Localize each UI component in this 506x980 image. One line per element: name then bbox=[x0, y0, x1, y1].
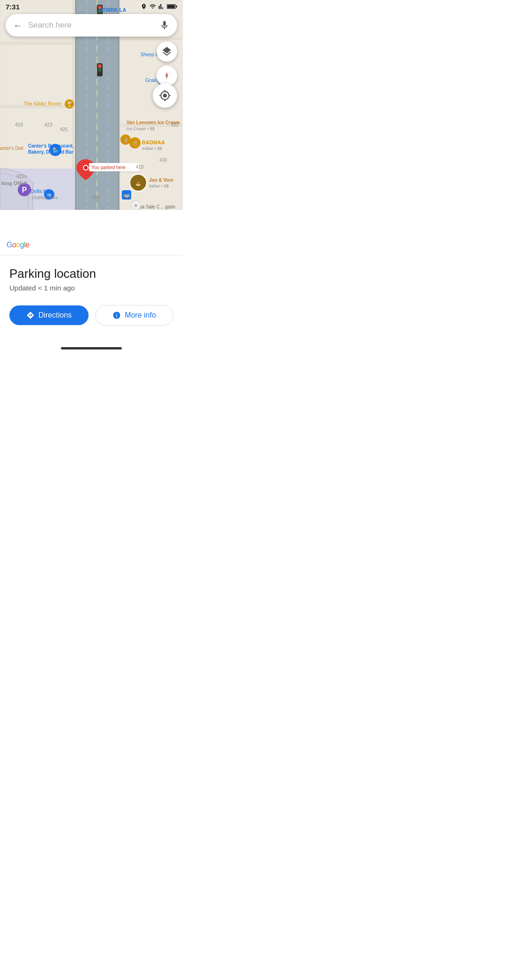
directions-icon bbox=[26, 311, 35, 319]
compass-icon bbox=[161, 70, 172, 82]
svg-text:409: 409 bbox=[91, 195, 99, 200]
svg-point-68 bbox=[84, 166, 88, 170]
svg-rect-5 bbox=[0, 45, 73, 105]
svg-text:425: 425 bbox=[60, 127, 68, 132]
bottom-panel: Parking location Updated < 1 min ago Dir… bbox=[0, 255, 183, 353]
search-bar[interactable]: ← Search here bbox=[6, 14, 177, 37]
svg-text:422: 422 bbox=[171, 122, 179, 127]
svg-text:Jon & Vinn: Jon & Vinn bbox=[149, 178, 173, 183]
svg-text:Italian • $$: Italian • $$ bbox=[149, 184, 169, 188]
svg-text:🚌: 🚌 bbox=[123, 191, 130, 198]
google-g2: g bbox=[20, 241, 24, 249]
info-icon bbox=[112, 311, 121, 319]
google-o2: o bbox=[16, 241, 20, 249]
more-info-label: More info bbox=[125, 311, 156, 319]
status-time: 7:31 bbox=[6, 3, 20, 11]
battery-icon bbox=[167, 4, 177, 9]
svg-text:anter's Deli: anter's Deli bbox=[0, 146, 23, 151]
back-icon[interactable]: ← bbox=[13, 20, 22, 31]
svg-text:423: 423 bbox=[45, 122, 52, 127]
panel-actions: Directions More info bbox=[9, 305, 173, 326]
svg-point-40 bbox=[98, 68, 102, 72]
svg-rect-2 bbox=[176, 6, 177, 7]
svg-text:410: 410 bbox=[136, 164, 144, 170]
wifi-icon bbox=[149, 3, 156, 10]
location-button[interactable] bbox=[153, 83, 177, 108]
layers-icon bbox=[161, 46, 172, 57]
svg-text:Bakery, Deli and Bar: Bakery, Deli and Bar bbox=[28, 149, 74, 155]
svg-text:The Kibitz Room: The Kibitz Room bbox=[23, 101, 61, 106]
home-indicator bbox=[61, 347, 122, 349]
directions-label: Directions bbox=[38, 311, 72, 319]
svg-text:🍝: 🍝 bbox=[136, 181, 141, 186]
directions-button[interactable]: Directions bbox=[9, 305, 89, 325]
svg-text:You parked here: You parked here bbox=[91, 165, 126, 170]
location-icon bbox=[141, 3, 147, 10]
google-logo: Google bbox=[7, 241, 30, 249]
more-info-button[interactable]: More info bbox=[95, 305, 173, 326]
svg-rect-6 bbox=[0, 108, 73, 169]
svg-text:🍴: 🍴 bbox=[132, 140, 138, 146]
svg-rect-1 bbox=[167, 5, 175, 8]
svg-text:P: P bbox=[22, 186, 27, 194]
svg-text:419: 419 bbox=[15, 122, 23, 127]
svg-text:Dolls Kill: Dolls Kill bbox=[30, 188, 50, 194]
svg-text:Canter's Restaurant,: Canter's Restaurant, bbox=[28, 143, 74, 148]
map-layers-button[interactable] bbox=[156, 41, 177, 62]
google-e: e bbox=[25, 241, 29, 249]
svg-text:Clothing store: Clothing store bbox=[32, 195, 58, 200]
panel-subtitle: Updated < 1 min ago bbox=[9, 284, 173, 292]
svg-text:415n: 415n bbox=[16, 174, 27, 179]
svg-point-39 bbox=[98, 64, 102, 68]
signal-icon bbox=[158, 3, 165, 10]
svg-text:✡: ✡ bbox=[134, 203, 138, 208]
svg-text:BADMAA: BADMAA bbox=[142, 140, 165, 145]
svg-text:Indian • $$: Indian • $$ bbox=[142, 146, 162, 151]
current-location-icon bbox=[159, 89, 171, 102]
svg-text:🍸: 🍸 bbox=[67, 101, 73, 107]
google-g: G bbox=[7, 241, 12, 249]
svg-text:Ice Cream • $$: Ice Cream • $$ bbox=[126, 126, 155, 131]
mic-icon[interactable] bbox=[159, 20, 170, 30]
status-bar: 7:31 bbox=[0, 0, 183, 13]
svg-text:🍴: 🍴 bbox=[123, 137, 129, 143]
svg-text:king ONLY: king ONLY bbox=[1, 180, 28, 186]
status-icons bbox=[141, 3, 177, 10]
search-placeholder: Search here bbox=[28, 21, 159, 30]
svg-text:416: 416 bbox=[159, 157, 167, 163]
panel-title: Parking location bbox=[9, 267, 173, 281]
